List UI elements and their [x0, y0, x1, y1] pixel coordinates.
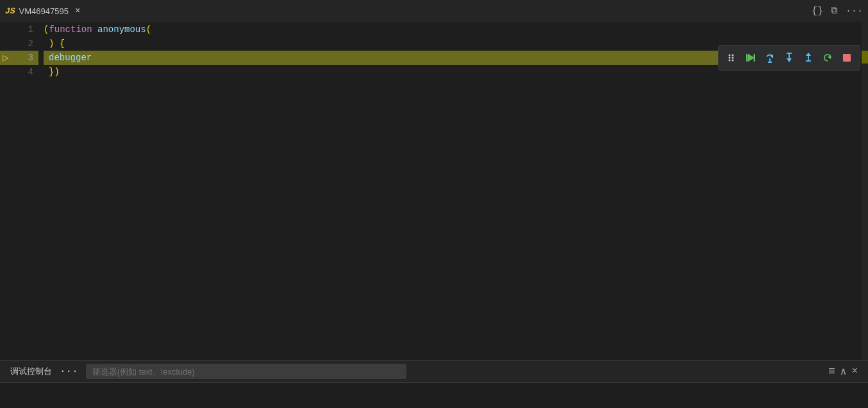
format-document-button[interactable]: {}: [812, 6, 823, 17]
editor-area: 1 2 ▷ 3 4 (function anonymous( ) { debug…: [0, 22, 868, 360]
execution-arrow-icon: ▷: [3, 51, 9, 64]
svg-marker-13: [787, 58, 792, 62]
more-actions-button[interactable]: ···: [846, 6, 863, 17]
svg-point-3: [732, 55, 734, 56]
split-editor-button[interactable]: ⧉: [831, 5, 838, 17]
panel-scroll-top-button[interactable]: ∧: [840, 365, 847, 378]
panel-close-button[interactable]: ×: [851, 366, 858, 377]
line-number-2: 2: [0, 37, 38, 51]
tab-bar: JS VM46947595 × {} ⧉ ···: [0, 0, 868, 22]
filter-input[interactable]: [86, 364, 406, 379]
code-line-1: (function anonymous(: [44, 22, 862, 37]
debug-stop-button[interactable]: [838, 49, 856, 67]
panel-actions: ≡ ∧ ×: [828, 365, 858, 378]
svg-point-1: [729, 57, 731, 59]
debug-resume-button[interactable]: [742, 49, 760, 67]
svg-rect-19: [843, 54, 851, 62]
panel-filter-area: [86, 364, 821, 379]
svg-marker-16: [806, 53, 811, 56]
debug-toolbar: [718, 45, 860, 71]
svg-point-4: [732, 57, 734, 59]
svg-rect-8: [754, 54, 756, 62]
tab-actions: {} ⧉ ···: [812, 5, 863, 17]
tab-close-button[interactable]: ×: [72, 4, 83, 17]
line-number-3: ▷ 3: [0, 51, 38, 65]
svg-point-5: [732, 60, 734, 62]
debug-step-out-button[interactable]: [799, 49, 817, 67]
scroll-indicator: [862, 22, 868, 360]
line-number-4: 4: [0, 65, 38, 79]
tab-item[interactable]: JS VM46947595 ×: [5, 4, 83, 17]
line-number-1: 1: [0, 22, 38, 37]
svg-rect-7: [746, 54, 748, 62]
bottom-panel: 调试控制台 ··· ≡ ∧ ×: [0, 360, 868, 408]
panel-lines-icon[interactable]: ≡: [828, 365, 835, 378]
line-numbers: 1 2 ▷ 3 4: [0, 22, 38, 360]
debug-restart-button[interactable]: [819, 49, 837, 67]
panel-content: [0, 383, 868, 408]
svg-marker-18: [828, 55, 831, 59]
js-icon: JS: [5, 6, 15, 16]
scroll-thumb[interactable]: [862, 51, 868, 64]
panel-header: 调试控制台 ··· ≡ ∧ ×: [0, 361, 868, 383]
svg-point-2: [729, 60, 731, 62]
panel-more-button[interactable]: ···: [60, 366, 78, 377]
panel-title: 调试控制台: [10, 366, 52, 377]
tab-title: VM46947595: [19, 6, 69, 16]
code-editor[interactable]: (function anonymous( ) { debugger }): [38, 22, 862, 360]
debug-step-over-button[interactable]: [761, 49, 779, 67]
debug-drag-handle[interactable]: [722, 49, 740, 67]
debug-step-into-button[interactable]: [780, 49, 798, 67]
svg-point-0: [729, 55, 731, 56]
